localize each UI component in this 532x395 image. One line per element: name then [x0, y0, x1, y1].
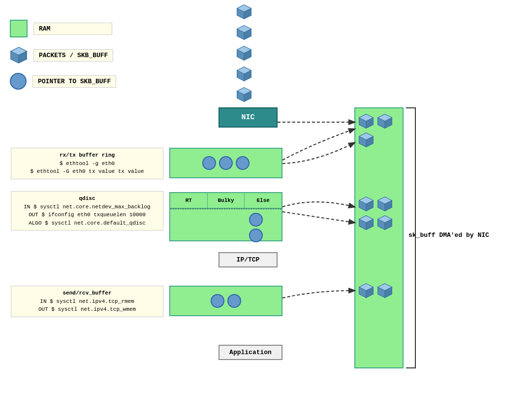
- sendrcv-circle-2: [227, 294, 241, 308]
- sk-buff-label: sk_buff DMA'ed by NIC: [408, 231, 489, 239]
- pointer-label: POINTER TO SKB_BUFF: [32, 75, 116, 88]
- qdisc-circle-1: [249, 213, 263, 227]
- qdisc-line2: OUT $ ifconfig eth0 txqueuelen 10000: [29, 212, 146, 218]
- qdisc-title: qdisc: [79, 196, 95, 201]
- falling-packet-2: [236, 25, 252, 43]
- ram-packet-7: [377, 215, 393, 233]
- ram-packet-9: [377, 283, 393, 301]
- legend-packets: PACKETS / SKB_BUFF: [10, 46, 116, 64]
- falling-packet-1: [236, 4, 252, 22]
- ram-packet-3: [358, 132, 374, 150]
- rxtx-circle-1: [202, 156, 216, 170]
- rxtx-info-box: rx/tx buffer ring $ ethtool -g eth0 $ et…: [11, 148, 163, 179]
- rxtx-title: rx/tx buffer ring: [60, 152, 115, 158]
- ram-packet-2: [377, 113, 393, 132]
- iptcp-label: IP/TCP: [237, 256, 260, 263]
- iptcp-box: IP/TCP: [219, 252, 278, 267]
- sendrcv-buffer-box: [169, 286, 282, 316]
- qdisc-line1: IN $ sysctl net.core.netdev_max_backlog: [24, 204, 150, 210]
- rxtx-line1: $ ethtool -g eth0: [60, 161, 115, 166]
- qdisc-circle-2: [249, 229, 263, 242]
- qdisc-else-label: Else: [245, 193, 282, 208]
- packet-cube-icon: [10, 46, 28, 64]
- qdisc-bulky-label: Bulky: [208, 193, 245, 208]
- pointer-circle-icon: [10, 73, 27, 90]
- ram-packet-1: [358, 113, 374, 132]
- rxtx-circle-3: [236, 156, 250, 170]
- legend: RAM PACKETS / SKB_BUFF POINTER TO SKB_BU…: [10, 20, 116, 90]
- sk-buff-text: sk_buff DMA'ed by NIC: [408, 231, 489, 239]
- ram-icon: [10, 20, 28, 37]
- sendrcv-title: send/rcv_buffer: [63, 290, 111, 296]
- ram-packet-8: [358, 283, 374, 301]
- application-label: Application: [229, 349, 272, 356]
- rxtx-circle-2: [219, 156, 233, 170]
- falling-packet-3: [236, 45, 252, 64]
- sendrcv-line1: IN $ sysctl net.ipv4.tcp_rmem: [40, 298, 134, 304]
- legend-ram: RAM: [10, 20, 116, 37]
- legend-pointer: POINTER TO SKB_BUFF: [10, 73, 116, 90]
- nic-label: NIC: [241, 113, 254, 122]
- ram-label: RAM: [33, 23, 112, 35]
- ram-packet-4: [358, 196, 374, 214]
- sendrcv-line2: OUT $ sysctl net.ipv4.tcp_wmem: [38, 306, 136, 312]
- application-box: Application: [219, 345, 282, 360]
- falling-packet-5: [236, 87, 252, 105]
- rxtx-line2: $ ethtool -G eth0 tx value tx value: [30, 168, 144, 174]
- diagram-container: RAM PACKETS / SKB_BUFF POINTER TO SKB_BU…: [0, 0, 532, 395]
- qdisc-info-box: qdisc IN $ sysctl net.core.netdev_max_ba…: [11, 191, 163, 230]
- ram-packet-5: [377, 196, 393, 214]
- bracket: [406, 107, 416, 368]
- qdisc-box: RT Bulky Else: [169, 192, 282, 241]
- falling-packet-4: [236, 66, 252, 84]
- nic-box: NIC: [219, 107, 278, 128]
- qdisc-line3: ALGO $ sysctl net.core.default_qdisc: [29, 220, 146, 226]
- qdisc-rt-label: RT: [170, 193, 208, 208]
- sendrcv-info-box: send/rcv_buffer IN $ sysctl net.ipv4.tcp…: [11, 286, 163, 317]
- packets-label: PACKETS / SKB_BUFF: [33, 49, 113, 62]
- sendrcv-circle-1: [211, 294, 224, 308]
- rxtx-buffer-box: [169, 148, 282, 178]
- ram-packet-6: [358, 215, 374, 233]
